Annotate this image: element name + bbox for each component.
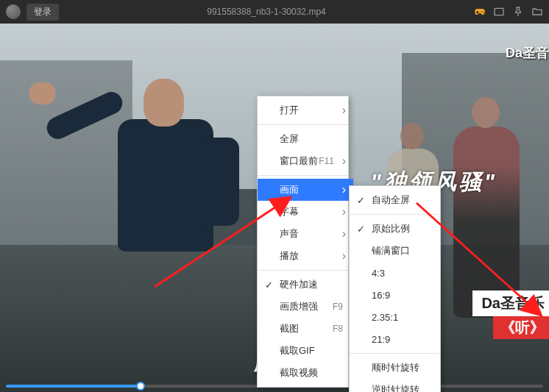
mini-mode-icon[interactable] (493, 6, 505, 18)
submenu-item-21-9[interactable]: 21:9 (350, 328, 445, 350)
menu-item-topmost[interactable]: 窗口最前F11 (258, 150, 353, 172)
menu-item-clip[interactable]: 截取视频 (258, 362, 353, 384)
menu-separator (258, 124, 348, 125)
titlebar: 登录 991558388_nb3-1-30032.mp4 (0, 0, 549, 24)
svg-rect-0 (495, 8, 503, 15)
menu-label: 原始比例 (372, 222, 410, 235)
login-button[interactable]: 登录 (26, 4, 59, 21)
progress-thumb[interactable] (136, 382, 145, 391)
menu-item-audio[interactable]: 声音 (258, 223, 353, 245)
submenu-item-rotate-ccw[interactable]: 逆时针旋转 (350, 379, 445, 392)
menu-item-gif[interactable]: 截取GIF (258, 340, 353, 362)
submenu-item-auto-fullscreen[interactable]: 自动全屏 (350, 189, 445, 211)
menu-label: 硬件加速 (280, 278, 318, 291)
menu-label: 2.35:1 (372, 312, 398, 323)
menu-label: 打开 (280, 104, 299, 117)
menu-item-enhance[interactable]: 画质增强F9 (258, 296, 353, 318)
menu-label: 截图 (280, 322, 299, 335)
submenu-item-fill-window[interactable]: 铺满窗口 (350, 240, 445, 262)
menu-separator (258, 175, 348, 176)
menu-item-open[interactable]: 打开 (258, 99, 353, 121)
submenu-item-4-3[interactable]: 4:3 (350, 262, 445, 284)
titlebar-actions (474, 6, 543, 18)
menu-separator (258, 270, 348, 271)
menu-label: 21:9 (372, 334, 390, 345)
menu-label: 截取视频 (280, 366, 318, 379)
gamepad-icon[interactable] (474, 6, 486, 18)
menu-label: 顺时针旋转 (372, 361, 419, 374)
menu-label: 画面 (280, 183, 299, 196)
menu-item-subtitle[interactable]: 字幕 (258, 201, 353, 223)
menu-item-playback[interactable]: 播放 (258, 245, 353, 267)
progress-fill (6, 385, 141, 388)
submenu-item-original-ratio[interactable]: 原始比例 (350, 218, 445, 240)
menu-label: 播放 (280, 249, 299, 263)
menu-label: 逆时针旋转 (372, 383, 419, 392)
menu-item-hwaccel[interactable]: 硬件加速 (258, 274, 353, 296)
open-folder-icon[interactable] (531, 6, 543, 18)
menu-label: 4:3 (372, 268, 385, 279)
menu-label: 16:9 (372, 290, 390, 301)
app-logo (6, 4, 21, 19)
menu-shortcut: F11 (319, 156, 334, 166)
menu-shortcut: F9 (333, 302, 343, 312)
context-menu-main: 打开 全屏 窗口最前F11 画面 字幕 声音 播放 硬件加速 画质增强F9 截图… (257, 96, 349, 388)
menu-label: 声音 (280, 227, 299, 240)
window-title: 991558388_nb3-1-30032.mp4 (65, 7, 468, 17)
watermark-sublabel: 《听》 (493, 316, 549, 339)
pin-icon[interactable] (512, 6, 524, 18)
menu-shortcut: F8 (333, 324, 343, 334)
menu-label: 截取GIF (280, 344, 315, 357)
menu-label: 字幕 (280, 205, 299, 218)
context-menu-picture: 自动全屏 原始比例 铺满窗口 4:3 16:9 2.35:1 21:9 顺时针旋… (349, 185, 441, 392)
menu-separator (350, 353, 440, 354)
menu-separator (350, 214, 440, 215)
submenu-item-rotate-cw[interactable]: 顺时针旋转 (350, 357, 445, 379)
menu-label: 画质增强 (280, 300, 318, 313)
menu-item-picture[interactable]: 画面 (258, 179, 353, 201)
menu-label: 全屏 (280, 132, 299, 146)
submenu-item-16-9[interactable]: 16:9 (350, 284, 445, 306)
menu-label: 窗口最前 (280, 154, 318, 168)
menu-label: 铺满窗口 (372, 244, 410, 257)
watermark-top: Da圣音 (506, 44, 549, 62)
menu-label: 自动全屏 (372, 193, 410, 207)
submenu-item-235-1[interactable]: 2.35:1 (350, 306, 445, 328)
menu-item-fullscreen[interactable]: 全屏 (258, 128, 353, 150)
watermark-label: Da圣音乐 (472, 291, 549, 316)
menu-item-screenshot[interactable]: 截图F8 (258, 318, 353, 340)
